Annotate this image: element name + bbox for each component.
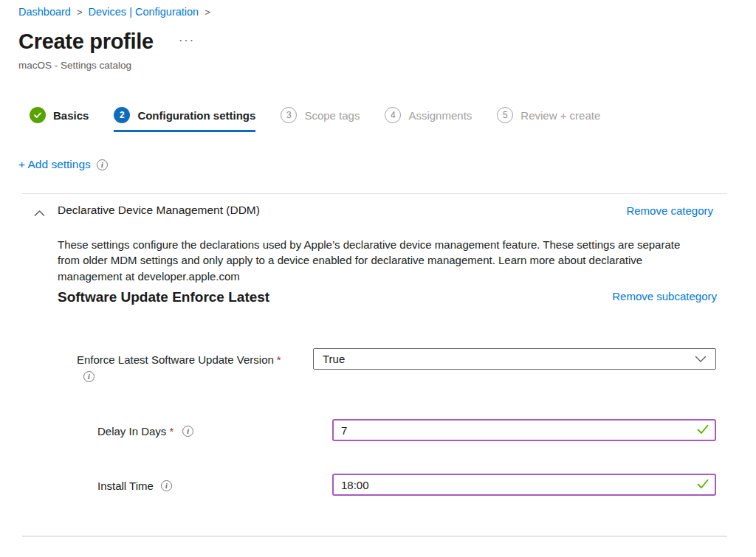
subcategory-title: Software Update Enforce Latest <box>58 289 269 305</box>
delay-in-days-input[interactable] <box>332 419 716 441</box>
breadcrumb-separator: > <box>205 7 210 18</box>
step-basics[interactable]: Basics <box>30 107 89 132</box>
dropdown-selected-value: True <box>323 353 695 365</box>
category-description: These settings configure the declaration… <box>58 237 691 284</box>
category-title: Declarative Device Management (DDM) <box>58 204 260 217</box>
required-asterisk: * <box>277 353 281 366</box>
step-configuration-settings[interactable]: 2 Configuration settings <box>114 107 255 132</box>
remove-category-link[interactable]: Remove category <box>626 204 713 217</box>
page-subtitle: macOS - Settings catalog <box>18 60 131 71</box>
step-scope-tags[interactable]: 3 Scope tags <box>281 107 360 132</box>
check-circle-icon <box>30 107 46 123</box>
step-number-badge: 3 <box>281 107 297 123</box>
add-settings-link[interactable]: + Add settings <box>18 158 91 171</box>
step-number-badge: 2 <box>114 107 130 123</box>
step-label: Configuration settings <box>137 109 255 122</box>
field-label-text: Delay In Days* <box>97 425 173 437</box>
enforce-latest-dropdown[interactable]: True <box>313 348 716 370</box>
add-settings: + Add settings i <box>18 158 108 171</box>
step-label: Review + create <box>520 109 600 122</box>
step-label: Assignments <box>408 109 472 122</box>
bottom-divider <box>22 536 727 537</box>
more-menu-button[interactable]: ··· <box>179 34 195 47</box>
section-divider <box>22 193 727 194</box>
collapse-chevron-up-icon[interactable] <box>34 207 45 220</box>
valid-check-icon <box>697 479 709 492</box>
info-icon[interactable]: i <box>83 371 94 382</box>
step-number-badge: 5 <box>497 107 513 123</box>
breadcrumb: Dashboard > Devices | Configuration > <box>18 6 210 18</box>
step-label: Basics <box>53 109 89 122</box>
breadcrumb-dashboard[interactable]: Dashboard <box>18 6 71 18</box>
step-review-create[interactable]: 5 Review + create <box>497 107 600 132</box>
breadcrumb-separator: > <box>77 7 83 18</box>
page-title: Create profile <box>18 30 154 54</box>
field-label-text: Install Time <box>97 480 154 492</box>
breadcrumb-devices-configuration[interactable]: Devices | Configuration <box>89 6 199 18</box>
field-label-text: Enforce Latest Software Update Version <box>77 353 274 366</box>
chevron-down-icon <box>695 353 707 366</box>
install-time-input[interactable] <box>332 474 716 496</box>
required-asterisk: * <box>169 425 173 437</box>
step-assignments[interactable]: 4 Assignments <box>385 107 472 132</box>
wizard-steps: Basics 2 Configuration settings 3 Scope … <box>30 107 600 132</box>
step-number-badge: 4 <box>385 107 401 123</box>
field-label-install-time: Install Time i <box>97 480 172 492</box>
field-label-delay-in-days: Delay In Days* i <box>97 425 193 437</box>
valid-check-icon <box>697 424 709 437</box>
field-label-enforce-latest: Enforce Latest Software Update Version* <box>77 353 281 366</box>
info-icon[interactable]: i <box>161 480 172 491</box>
create-profile-page: Dashboard > Devices | Configuration > Cr… <box>0 0 756 557</box>
remove-subcategory-link[interactable]: Remove subcategory <box>612 290 717 302</box>
step-label: Scope tags <box>304 109 360 122</box>
info-icon[interactable]: i <box>97 159 108 170</box>
info-icon[interactable]: i <box>182 426 193 437</box>
